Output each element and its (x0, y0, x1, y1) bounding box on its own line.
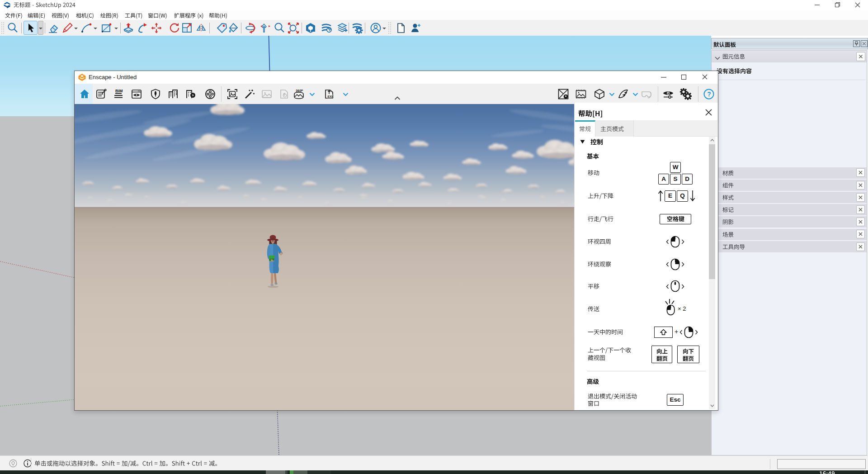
svg-text:BIM: BIM (115, 89, 123, 93)
svg-text:EXE: EXE (328, 95, 334, 98)
svg-text:?: ? (707, 90, 711, 98)
